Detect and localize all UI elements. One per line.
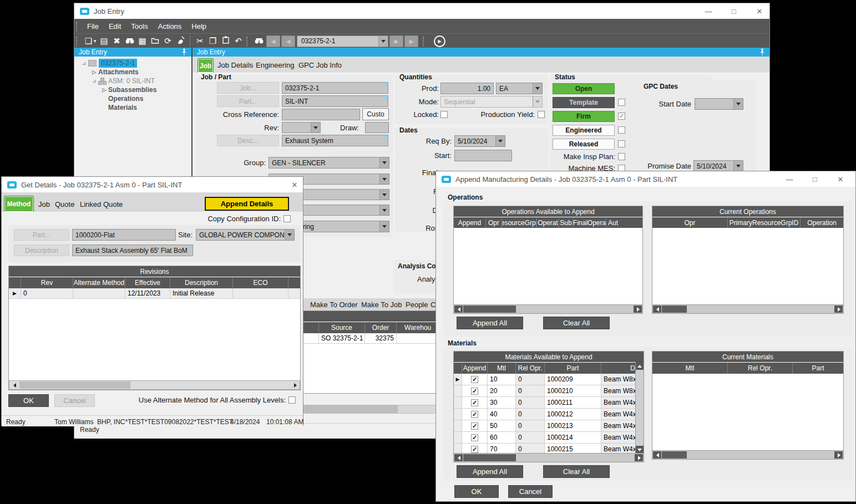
find-binoculars-icon[interactable] xyxy=(123,34,136,48)
desc-field[interactable]: Exhaust System xyxy=(282,135,388,146)
tab-gpc-job-info[interactable]: GPC Job Info xyxy=(298,61,342,69)
tab-method[interactable]: Method xyxy=(4,196,34,212)
new-document-caret-icon[interactable]: ▾ xyxy=(92,34,98,48)
col-mtl[interactable]: Mtl xyxy=(652,363,728,374)
menu-help[interactable]: Help xyxy=(186,22,211,30)
delete-icon[interactable]: ✖ xyxy=(110,34,123,48)
cell-alternate-method[interactable] xyxy=(73,288,125,299)
draw-field[interactable] xyxy=(365,122,389,133)
customer-button[interactable]: Custo xyxy=(362,108,389,120)
cell-mtl[interactable]: 30 xyxy=(488,397,516,409)
table-row[interactable]: ▶ ✓ 10 0 1000209 Beam W8x xyxy=(454,374,644,385)
req-by-dropdown[interactable]: 5/10/2024 xyxy=(454,135,505,147)
start-field[interactable] xyxy=(454,150,512,161)
table-row[interactable]: ▶ 0 12/11/2023 Initial Release xyxy=(9,288,300,299)
cell-append[interactable]: ✓ xyxy=(462,374,488,385)
col-append[interactable]: Append xyxy=(454,217,486,228)
current-operations-hscrollbar[interactable] xyxy=(652,304,843,313)
cell-rel-opr[interactable]: 0 xyxy=(516,420,545,432)
col-part[interactable]: Part xyxy=(545,363,601,374)
cell-rel-opr[interactable]: 0 xyxy=(516,397,545,409)
tree-item-label[interactable]: Operations xyxy=(108,95,143,103)
caret-down-icon[interactable] xyxy=(733,99,743,109)
col-append[interactable]: Append xyxy=(462,363,488,374)
tree-item-label[interactable]: 032375-2-1 xyxy=(99,59,137,68)
cell-append[interactable]: ✓ xyxy=(462,432,488,444)
cell-part[interactable]: 1000209 xyxy=(545,374,601,385)
caret-down-icon[interactable] xyxy=(285,230,294,240)
description-button[interactable]: Description xyxy=(14,245,69,256)
pin-icon[interactable] xyxy=(181,49,187,55)
col-rel-opr[interactable]: Rel Opr. xyxy=(728,363,793,374)
menu-file[interactable]: File xyxy=(82,22,104,30)
cell-description[interactable]: Beam W8x xyxy=(601,374,637,385)
part-field[interactable]: SIL-INT xyxy=(282,95,388,107)
col-part[interactable]: Part xyxy=(793,363,843,374)
tab-make-to-job[interactable]: Make To Job xyxy=(361,301,402,309)
tree-item-label[interactable]: Materials xyxy=(108,104,137,111)
expander-icon[interactable]: ⊿ xyxy=(80,60,88,66)
tree-item-label[interactable]: ASM: 0 SIL-INT xyxy=(108,77,155,85)
cell-part[interactable]: 1000214 xyxy=(545,432,601,444)
operations-append-all-button[interactable]: Append All xyxy=(457,317,523,329)
cancel-button[interactable]: Cancel xyxy=(508,485,553,498)
tree-item-materials[interactable]: Materials xyxy=(108,103,137,112)
col-finalopera[interactable]: FinalOpera xyxy=(573,217,606,228)
scroll-left-icon[interactable] xyxy=(454,306,463,313)
caret-down-icon[interactable] xyxy=(495,136,505,146)
cell-rel-opr[interactable]: 0 xyxy=(516,374,545,385)
col-alternate-method[interactable]: Alternate Method xyxy=(73,277,125,288)
nav-prev-button[interactable]: ◀ xyxy=(281,35,295,47)
scrollbar-thumb[interactable] xyxy=(19,381,130,389)
tree-item-label[interactable]: Subassemblies xyxy=(108,86,156,94)
col-description[interactable]: D xyxy=(601,363,637,374)
maximize-button[interactable]: □ xyxy=(726,3,742,19)
cell-append[interactable]: ✓ xyxy=(462,409,488,420)
scroll-right-icon[interactable] xyxy=(291,381,299,389)
current-materials-hscrollbar[interactable] xyxy=(652,450,843,459)
cell-part[interactable]: 1000210 xyxy=(545,385,601,397)
cell-rev[interactable]: 0 xyxy=(21,288,73,299)
tab-engineering[interactable]: Engineering xyxy=(256,61,294,69)
prod-field[interactable]: 1.00 xyxy=(440,83,494,94)
table-row[interactable]: ✓ 70 0 1000215 Beam W4x xyxy=(454,444,644,453)
tab-job[interactable]: Job xyxy=(38,200,50,208)
cell-part[interactable]: 1000215 xyxy=(545,444,601,453)
make-insp-plan-checkbox[interactable] xyxy=(618,153,625,160)
cell-rel-opr[interactable]: 0 xyxy=(516,385,545,397)
part-button[interactable]: Part... xyxy=(14,229,69,241)
released-checkbox[interactable] xyxy=(618,140,625,147)
template-status-button[interactable]: Template xyxy=(553,97,615,108)
caret-down-icon[interactable] xyxy=(733,161,743,171)
cell-description[interactable]: Beam W4x xyxy=(601,444,637,453)
cell-rel-opr[interactable]: 0 xyxy=(516,409,545,420)
tab-job-details[interactable]: Job Details xyxy=(217,61,253,69)
folder-icon[interactable] xyxy=(149,34,161,48)
col-description[interactable]: Description xyxy=(170,277,233,288)
cell-mtl[interactable]: 20 xyxy=(488,385,516,397)
start-date-dropdown[interactable] xyxy=(695,98,743,110)
cell-description[interactable]: Beam W4x xyxy=(601,409,637,420)
tree-item-asm[interactable]: ⊿ ASM: 0 SIL-INT xyxy=(90,77,155,85)
col-effective[interactable]: Effective xyxy=(125,277,170,288)
tab-people[interactable]: People xyxy=(406,301,428,309)
template-checkbox[interactable] xyxy=(618,99,625,106)
description-field[interactable]: Exhaust Stack Assembly 65' Flat BoM xyxy=(72,245,193,256)
minimize-button[interactable]: — xyxy=(700,3,717,19)
scroll-right-icon[interactable] xyxy=(634,306,642,313)
scroll-left-icon[interactable] xyxy=(653,451,661,459)
engineered-status-button[interactable]: Engineered xyxy=(553,125,615,136)
expander-icon[interactable]: ▷ xyxy=(90,69,98,75)
copy-icon[interactable]: ❐ xyxy=(206,34,219,48)
cell-source[interactable]: SO 32375-2-1 xyxy=(319,333,365,344)
desc-button[interactable]: Desc... xyxy=(217,135,279,146)
cell-rel-opr[interactable]: 0 xyxy=(516,444,545,453)
ok-button[interactable]: OK xyxy=(8,394,49,407)
col-operation[interactable]: Operation xyxy=(801,217,843,228)
cell-part[interactable]: 1000213 xyxy=(545,420,601,432)
released-status-button[interactable]: Released xyxy=(553,139,615,150)
col-opr[interactable]: Opr xyxy=(486,217,502,228)
ok-button[interactable]: OK xyxy=(454,485,499,498)
cancel-button[interactable]: Cancel xyxy=(54,394,95,407)
locked-checkbox[interactable] xyxy=(440,111,448,118)
